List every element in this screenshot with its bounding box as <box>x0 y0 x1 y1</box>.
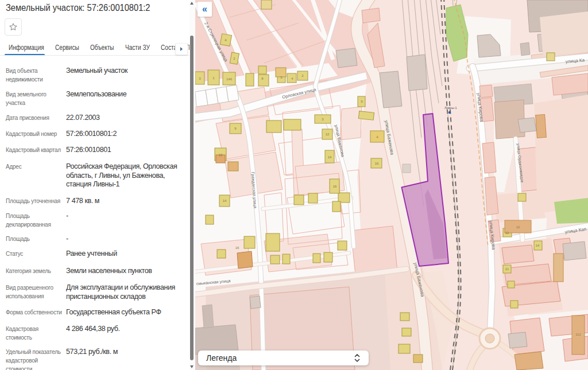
svg-text:14: 14 <box>328 155 332 159</box>
svg-text:12: 12 <box>505 231 509 235</box>
svg-text:16: 16 <box>375 162 379 165</box>
svg-text:14: 14 <box>536 244 540 247</box>
svg-text:Ливны-1: Ливны-1 <box>444 106 457 110</box>
svg-text:16: 16 <box>516 225 520 229</box>
svg-text:16: 16 <box>333 185 337 188</box>
svg-text:21: 21 <box>505 267 509 271</box>
svg-text:112: 112 <box>575 333 581 336</box>
svg-text:12: 12 <box>326 133 330 136</box>
svg-text:12: 12 <box>219 153 223 157</box>
svg-text:146: 146 <box>226 77 233 81</box>
svg-text:14: 14 <box>223 199 227 202</box>
svg-text:16: 16 <box>235 246 239 250</box>
